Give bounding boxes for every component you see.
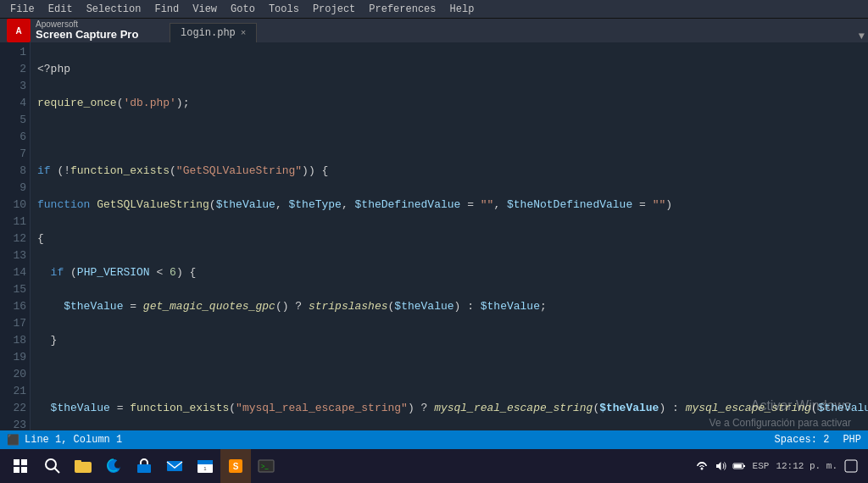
status-language: PHP (843, 434, 861, 446)
svg-rect-22 (743, 465, 745, 467)
start-button[interactable] (3, 449, 37, 483)
battery-icon (732, 459, 746, 473)
brand-text: Apowersoft Screen Capture Pro (36, 19, 138, 41)
taskbar-calendar[interactable]: 1 (190, 449, 220, 483)
menu-help[interactable]: Help (443, 3, 481, 15)
taskbar-store[interactable] (129, 449, 159, 483)
svg-rect-2 (14, 459, 19, 465)
network-icon (695, 459, 709, 473)
menu-tools[interactable]: Tools (262, 3, 306, 15)
volume-icon (714, 459, 727, 473)
menu-edit[interactable]: Edit (42, 3, 80, 15)
svg-rect-10 (137, 464, 151, 473)
tab-dropdown[interactable]: ▼ (859, 31, 865, 42)
code-content[interactable]: <?php require_once('db.php'); if (!funct… (31, 42, 868, 446)
status-icon: ⬛ (7, 434, 19, 447)
editor: 1 2 3 4 5 6 7 8 9 10 11 12 13 14 15 16 1… (0, 42, 868, 446)
taskbar-terminal[interactable]: >_ (251, 449, 281, 483)
svg-rect-5 (21, 467, 27, 473)
status-spaces: Spaces: 2 (775, 434, 830, 446)
svg-rect-13 (198, 460, 213, 464)
menu-view[interactable]: View (186, 3, 224, 15)
svg-rect-11 (167, 461, 182, 471)
svg-rect-21 (734, 464, 742, 468)
taskbar-mail[interactable] (159, 449, 190, 483)
svg-point-19 (700, 468, 703, 470)
svg-text:A: A (15, 26, 21, 36)
taskbar-edge[interactable] (98, 449, 129, 483)
taskbar-right: ESP 12:12 p. m. (695, 459, 865, 473)
svg-text:S: S (233, 462, 239, 471)
brand-bottom: Screen Capture Pro (36, 29, 138, 41)
menu-find[interactable]: Find (147, 3, 186, 15)
menu-selection[interactable]: Selection (80, 3, 148, 15)
logo-icon: A (7, 19, 31, 42)
status-bar: ⬛ Line 1, Column 1 Spaces: 2 PHP (0, 430, 868, 449)
system-time[interactable]: 12:12 p. m. (776, 461, 837, 471)
svg-rect-9 (75, 460, 81, 464)
tray-icons (695, 459, 746, 473)
time-display: 12:12 p. m. (776, 461, 837, 471)
svg-rect-23 (845, 460, 857, 472)
taskbar-sublime[interactable]: S (220, 449, 251, 483)
svg-line-7 (55, 469, 60, 474)
menu-bar: File Edit Selection Find View Goto Tools… (0, 0, 868, 19)
title-bar: A Apowersoft Screen Capture Pro login.ph… (0, 19, 868, 42)
svg-rect-3 (21, 459, 27, 465)
svg-point-6 (46, 459, 56, 469)
notification-icon[interactable] (844, 459, 858, 473)
svg-text:>_: >_ (261, 463, 270, 470)
line-numbers: 1 2 3 4 5 6 7 8 9 10 11 12 13 14 15 16 1… (0, 42, 31, 446)
file-tab[interactable]: login.php × (170, 23, 257, 42)
watermark: A Apowersoft Screen Capture Pro (0, 19, 145, 42)
svg-rect-4 (14, 467, 19, 473)
menu-goto[interactable]: Goto (224, 3, 262, 15)
menu-preferences[interactable]: Preferences (362, 3, 442, 15)
menu-project[interactable]: Project (306, 3, 362, 15)
status-position: Line 1, Column 1 (25, 434, 122, 446)
tab-filename: login.php (181, 27, 236, 39)
language-indicator[interactable]: ESP (753, 461, 770, 471)
taskbar-file-explorer[interactable] (68, 449, 98, 483)
status-right: Spaces: 2 PHP (775, 434, 861, 446)
tab-close-button[interactable]: × (241, 28, 247, 38)
taskbar-search[interactable] (37, 449, 68, 483)
taskbar: 1 S >_ (0, 449, 868, 483)
menu-file[interactable]: File (3, 3, 42, 15)
status-left: ⬛ Line 1, Column 1 (7, 434, 122, 447)
